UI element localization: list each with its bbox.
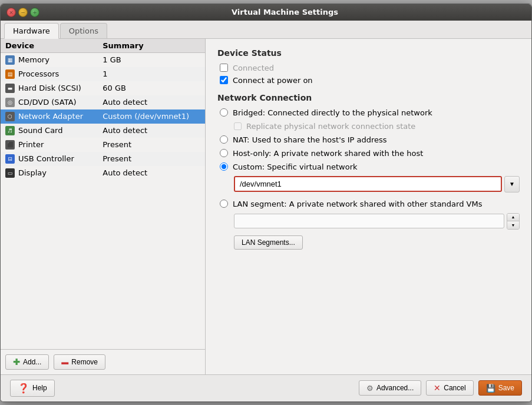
device-summary: Present bbox=[98, 138, 205, 152]
remove-button[interactable]: ▬ Remove bbox=[54, 354, 105, 370]
hostonly-row: Host-only: A private network shared with… bbox=[217, 149, 520, 158]
device-cell: ⊟ USB Controller bbox=[1, 152, 98, 166]
device-cell: ▬ Hard Disk (SCSI) bbox=[1, 81, 98, 95]
device-name: Network Adapter bbox=[18, 112, 83, 121]
device-icon: ⬛ bbox=[5, 140, 15, 150]
replicate-row: Replicate physical network connection st… bbox=[234, 122, 520, 131]
add-icon: ✚ bbox=[13, 357, 20, 367]
table-row[interactable]: ◎ CD/DVD (SATA) Auto detect bbox=[1, 95, 205, 109]
add-button[interactable]: ✚ Add... bbox=[5, 354, 49, 370]
device-name: Sound Card bbox=[18, 126, 62, 135]
close-button[interactable]: × bbox=[6, 8, 16, 17]
bottom-right-buttons: ⚙ Advanced... ✕ Cancel 💾 Save bbox=[359, 380, 522, 396]
replicate-checkbox[interactable] bbox=[234, 122, 242, 130]
cancel-icon: ✕ bbox=[434, 383, 441, 393]
right-panel: Device Status Connected Connect at power… bbox=[206, 39, 531, 374]
custom-vmnet-input[interactable] bbox=[234, 176, 502, 192]
device-summary: 60 GB bbox=[98, 81, 205, 95]
network-connection-section: Network Connection Bridged: Connected di… bbox=[217, 93, 520, 250]
advanced-button[interactable]: ⚙ Advanced... bbox=[359, 380, 421, 396]
add-label: Add... bbox=[23, 358, 41, 366]
help-button[interactable]: ❓ Help bbox=[10, 380, 55, 397]
device-cell: ▭ Display bbox=[1, 166, 98, 180]
custom-label: Custom: Specific virtual network bbox=[233, 162, 358, 171]
lan-segments-label: LAN Segments... bbox=[242, 238, 295, 247]
table-row[interactable]: ⊟ USB Controller Present bbox=[1, 152, 205, 166]
save-button[interactable]: 💾 Save bbox=[478, 380, 522, 396]
remove-icon: ▬ bbox=[61, 358, 68, 366]
table-row[interactable]: ⬡ Network Adapter Custom (/dev/vmnet1) bbox=[1, 109, 205, 124]
lan-radio[interactable] bbox=[220, 200, 228, 208]
maximize-button[interactable]: + bbox=[30, 8, 39, 17]
device-name: Hard Disk (SCSI) bbox=[18, 84, 81, 92]
connected-label: Connected bbox=[233, 64, 274, 72]
advanced-icon: ⚙ bbox=[366, 384, 374, 393]
device-icon: ▤ bbox=[5, 69, 15, 79]
device-icon: ◎ bbox=[5, 98, 15, 107]
device-icon: ♬ bbox=[5, 126, 15, 135]
lan-input-row: ▲ ▼ bbox=[217, 213, 520, 230]
device-status-title: Device Status bbox=[217, 48, 520, 58]
minimize-button[interactable]: − bbox=[18, 8, 28, 17]
device-name: Processors bbox=[18, 69, 59, 78]
network-connection-title: Network Connection bbox=[217, 93, 520, 102]
device-name: CD/DVD (SATA) bbox=[18, 98, 77, 107]
custom-radio[interactable] bbox=[220, 162, 228, 171]
device-summary: Custom (/dev/vmnet1) bbox=[98, 109, 205, 124]
nat-row: NAT: Used to share the host's IP address bbox=[217, 135, 520, 144]
table-row[interactable]: ♬ Sound Card Auto detect bbox=[1, 124, 205, 138]
table-row[interactable]: ▭ Display Auto detect bbox=[1, 166, 205, 180]
custom-row: Custom: Specific virtual network bbox=[217, 162, 520, 171]
device-summary: Auto detect bbox=[98, 166, 205, 180]
table-row[interactable]: ▬ Hard Disk (SCSI) 60 GB bbox=[1, 81, 205, 95]
nat-radio[interactable] bbox=[220, 135, 228, 144]
lan-spin-buttons: ▲ ▼ bbox=[507, 213, 520, 230]
device-cell: ♬ Sound Card bbox=[1, 124, 98, 138]
device-summary: Present bbox=[98, 152, 205, 166]
device-name: Memory bbox=[18, 55, 49, 64]
bottom-bar: ❓ Help ⚙ Advanced... ✕ Cancel 💾 Save bbox=[1, 374, 531, 401]
table-row[interactable]: ⬛ Printer Present bbox=[1, 138, 205, 152]
bridged-label: Bridged: Connected directly to the physi… bbox=[233, 108, 432, 117]
window-title: Virtual Machine Settings bbox=[44, 8, 526, 16]
advanced-label: Advanced... bbox=[376, 384, 414, 392]
cancel-button[interactable]: ✕ Cancel bbox=[426, 380, 473, 396]
tab-hardware[interactable]: Hardware bbox=[4, 23, 59, 39]
connected-checkbox[interactable] bbox=[220, 64, 228, 72]
connect-power-row: Connect at power on bbox=[217, 76, 520, 85]
device-cell: ◎ CD/DVD (SATA) bbox=[1, 95, 98, 109]
device-summary: 1 GB bbox=[98, 52, 205, 67]
device-cell: ▦ Memory bbox=[1, 52, 98, 67]
custom-input-row: ▼ bbox=[217, 176, 520, 192]
device-name: Display bbox=[18, 168, 47, 177]
bridged-radio[interactable] bbox=[220, 108, 228, 117]
table-row[interactable]: ▦ Memory 1 GB bbox=[1, 52, 205, 67]
lan-segments-button[interactable]: LAN Segments... bbox=[234, 235, 303, 250]
device-icon: ▦ bbox=[5, 55, 15, 65]
lan-spin-down[interactable]: ▼ bbox=[507, 221, 519, 229]
titlebar: × − + Virtual Machine Settings bbox=[1, 4, 531, 21]
left-panel: Device Summary ▦ Memory 1 GB ▤ Processor… bbox=[1, 39, 206, 374]
hostonly-radio[interactable] bbox=[220, 149, 228, 157]
lan-segment-row: LAN segment: A private network shared wi… bbox=[217, 200, 520, 208]
device-summary: Auto detect bbox=[98, 95, 205, 109]
connected-row: Connected bbox=[217, 64, 520, 72]
replicate-label: Replicate physical network connection st… bbox=[246, 122, 415, 131]
lan-spin-up[interactable]: ▲ bbox=[507, 214, 519, 221]
device-name: USB Controller bbox=[18, 154, 74, 163]
table-row[interactable]: ▤ Processors 1 bbox=[1, 67, 205, 81]
save-label: Save bbox=[498, 384, 514, 392]
connect-power-label: Connect at power on bbox=[233, 76, 313, 85]
vmnet-dropdown-button[interactable]: ▼ bbox=[504, 176, 520, 192]
replicate-option: Replicate physical network connection st… bbox=[217, 122, 520, 131]
tab-options[interactable]: Options bbox=[60, 23, 107, 38]
lan-segment-input[interactable] bbox=[234, 214, 504, 228]
col-device: Device bbox=[1, 39, 98, 53]
device-table: Device Summary ▦ Memory 1 GB ▤ Processor… bbox=[1, 39, 205, 349]
help-icon: ❓ bbox=[18, 383, 29, 394]
device-summary: Auto detect bbox=[98, 124, 205, 138]
remove-label: Remove bbox=[71, 358, 98, 366]
connect-power-checkbox[interactable] bbox=[220, 76, 228, 84]
col-summary: Summary bbox=[98, 39, 205, 53]
cancel-label: Cancel bbox=[444, 384, 465, 392]
